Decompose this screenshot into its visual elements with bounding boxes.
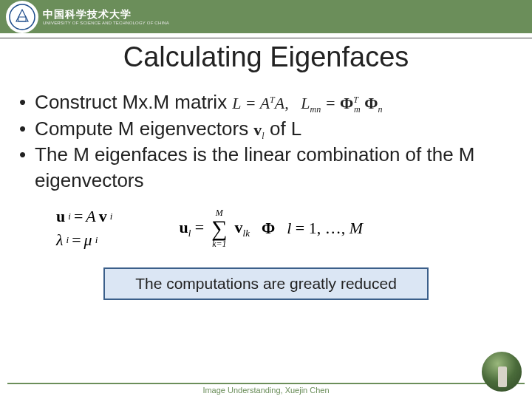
university-name: 中国科学技术大学 UNIVERSITY OF SCIENCE AND TECHN… — [43, 9, 169, 25]
bullet-dot-icon: • — [19, 89, 26, 115]
sigma-icon: M ∑ k=1 — [211, 208, 227, 248]
equation-center: ul = M ∑ k=1 vlk Φ l = 1, …, M — [179, 208, 363, 248]
equation-row: ui = Avi λi = μi ul = M ∑ k=1 vlk Φ l = … — [56, 207, 513, 250]
slide-body: • Construct Mx.M matrix L = ATA, Lmn = Φ… — [0, 73, 532, 300]
bullet-3: • The M eigenfaces is the linear combina… — [19, 142, 513, 194]
bullet-2: • Compute M eigenvectors vl of L — [19, 116, 513, 143]
bullet-1: • Construct Mx.M matrix L = ATA, Lmn = Φ… — [19, 89, 513, 116]
slide-footer: Image Understanding, Xuejin Chen — [0, 383, 532, 395]
sum-lower: k=1 — [212, 239, 226, 248]
header-bar: 中国科学技术大学 UNIVERSITY OF SCIENCE AND TECHN… — [0, 0, 532, 33]
bullet-2-pre: Compute M eigenvectors — [35, 117, 253, 140]
university-name-cn: 中国科学技术大学 — [43, 9, 169, 19]
footer-rule — [7, 383, 525, 384]
footer-text: Image Understanding, Xuejin Chen — [202, 386, 329, 395]
bullet-1-math: L = ATA, Lmn = ΦTm Φn — [232, 94, 382, 112]
bullet-3-text: The M eigenfaces is the linear combinati… — [35, 142, 513, 194]
title-rule — [0, 38, 532, 38]
university-name-en: UNIVERSITY OF SCIENCE AND TECHNOLOGY OF … — [43, 21, 169, 25]
equation-left: ui = Avi λi = μi — [56, 207, 112, 250]
bullet-list: • Construct Mx.M matrix L = ATA, Lmn = Φ… — [19, 89, 513, 194]
callout-box: The computations are greatly reduced — [103, 267, 429, 300]
bullet-1-text: Construct Mx.M matrix — [35, 91, 232, 113]
university-logo-icon — [6, 1, 38, 33]
footer-thumbnail-icon — [482, 352, 522, 392]
svg-rect-1 — [18, 17, 26, 21]
bullet-dot-icon: • — [19, 116, 26, 142]
slide-title: Calculating Eigenfaces — [0, 41, 532, 73]
bullet-2-post: of L — [270, 117, 301, 140]
bullet-dot-icon: • — [19, 142, 26, 168]
bullet-2-math: vl — [253, 120, 264, 139]
